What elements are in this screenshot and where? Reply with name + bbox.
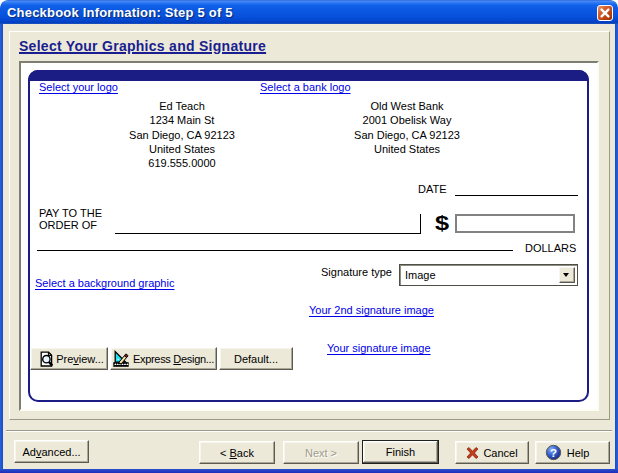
svg-text:?: ? [550, 447, 557, 459]
